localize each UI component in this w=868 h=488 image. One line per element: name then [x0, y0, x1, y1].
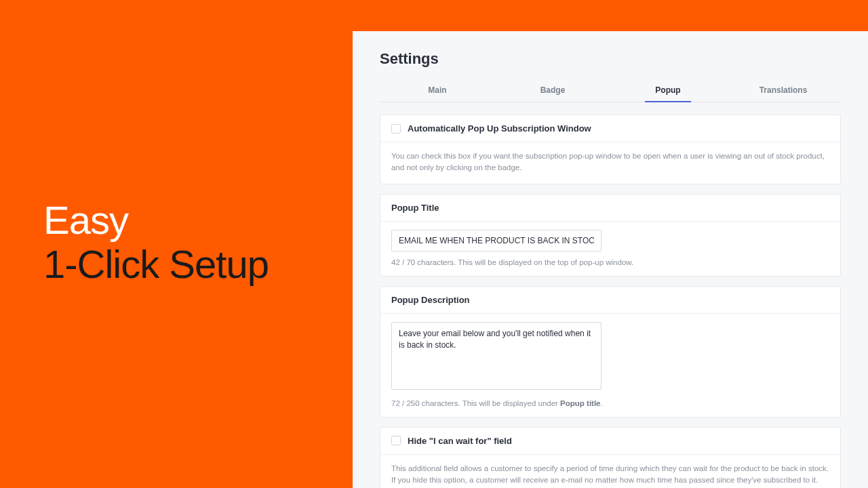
auto-popup-help: You can check this box if you want the s…	[391, 150, 829, 174]
card-hide-wait: Hide "I can wait for" field This additio…	[380, 427, 841, 489]
auto-popup-checkbox[interactable]	[391, 124, 401, 134]
hero-line-1: Easy	[43, 200, 269, 241]
auto-popup-title: Automatically Pop Up Subscription Window	[408, 123, 591, 134]
settings-panel: Settings Main Badge Popup Translations A…	[353, 31, 868, 488]
tab-translations[interactable]: Translations	[726, 80, 841, 102]
page-title: Settings	[380, 50, 841, 68]
popup-description-header: Popup Description	[380, 287, 840, 314]
card-popup-description: Popup Description 72 / 250 characters. T…	[380, 286, 841, 418]
tab-badge[interactable]: Badge	[495, 80, 610, 102]
hero-text: Easy 1-Click Setup	[43, 200, 269, 285]
card-auto-popup-header: Automatically Pop Up Subscription Window	[380, 115, 840, 142]
popup-description-textarea[interactable]	[391, 322, 601, 390]
tab-main[interactable]: Main	[380, 80, 495, 102]
hide-wait-header: Hide "I can wait for" field	[380, 428, 840, 455]
tab-popup[interactable]: Popup	[610, 80, 726, 102]
card-popup-title: Popup Title 42 / 70 characters. This wil…	[380, 194, 841, 277]
popup-title-counter: 42 / 70 characters. This will be display…	[391, 258, 829, 266]
hide-wait-checkbox[interactable]	[391, 436, 401, 445]
popup-title-input[interactable]	[391, 230, 601, 251]
settings-tabs: Main Badge Popup Translations	[380, 80, 841, 102]
hide-wait-help: This additional field allows a customer …	[391, 463, 829, 487]
hide-wait-title: Hide "I can wait for" field	[408, 436, 512, 446]
card-auto-popup: Automatically Pop Up Subscription Window…	[380, 115, 841, 184]
popup-description-counter: 72 / 250 characters. This will be displa…	[391, 399, 829, 407]
popup-title-header: Popup Title	[380, 195, 840, 222]
hero-line-2: 1-Click Setup	[43, 244, 269, 285]
